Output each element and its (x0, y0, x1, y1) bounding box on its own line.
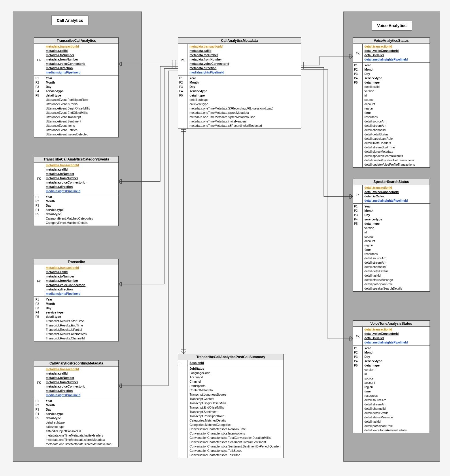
partition-field: Month (46, 199, 117, 203)
attr-field: detail.updateVoiceProfileTransactions (364, 163, 428, 167)
attr-field: s3MediaObjectConsoleUrl (46, 429, 117, 433)
partition-key: P4 (353, 75, 362, 80)
attr-field: Categories.MatchedCategories (190, 423, 282, 427)
attr-field: detail.participantRole (364, 424, 428, 428)
attr-field: id (364, 93, 428, 98)
attr-field: ConversationCharacteristics.NonTalkTime (190, 427, 282, 431)
attr-field: UtteranceEvent.BeginOffsetMillis (46, 106, 117, 111)
fk-field: metadata.fromNumber (46, 380, 117, 384)
partition-key: P3 (34, 305, 44, 310)
attr-field: Transcript.Results.StartTime (46, 319, 117, 323)
attr-field: metadata.oneTimeMetadata.InviteHeaders (46, 433, 117, 438)
fk-field: detail.mediaInsightsPipelineId (364, 57, 428, 62)
attr-field: detail.streamArn (364, 124, 428, 128)
entity-title: TranscribeCallAnalyticsPostCallSummary (178, 354, 283, 360)
attr-field: region (364, 243, 428, 248)
partition-key: P2 (178, 80, 188, 84)
fk-field: metadata.toNumber (46, 274, 117, 279)
entity-title: CallAnalyticsMetadata (178, 38, 301, 44)
partition-key: P1 (353, 345, 362, 350)
fk-field: metadata.fromNumber (190, 57, 299, 62)
partition-field: Month (364, 209, 428, 213)
partition-key: P1 (178, 75, 188, 80)
attr-field: time (364, 389, 428, 394)
attr-field: AccountId (190, 375, 282, 379)
attr-field: ConversationCharacteristics.Interruption… (190, 431, 282, 436)
attr-field: metadata.oneTimeMetadata.inviteHeaders (190, 119, 299, 124)
partition-field: Day (364, 213, 428, 217)
attr-field: resources (364, 394, 428, 398)
attr-field: CategoryEvent.MatchedDetails (46, 221, 117, 225)
partition-key: P2 (34, 80, 44, 84)
fk-field: metadata.transactionId (46, 266, 117, 270)
attr-field: detail.channelId (364, 265, 428, 269)
partition-key: P2 (353, 208, 362, 212)
attr-field: UtteranceEvent.isPartial (46, 102, 117, 106)
partition-key: P1 (34, 75, 44, 80)
attr-field: source (364, 376, 428, 381)
fk-field: metadata.callId (190, 49, 299, 53)
partition-field: Day (364, 355, 428, 359)
attr-field: LanguageCode (190, 371, 282, 375)
attr-field: metadata.oneTimeMetadata.siprecMetadataJ… (46, 442, 117, 446)
attr-field: detail.participantRole (364, 137, 428, 141)
attr-field: detail-subtype (190, 98, 299, 102)
attr-field: detail.siprecMetadata (364, 150, 428, 154)
partition-field: service-type (46, 412, 117, 416)
fk-field: metadata.direction (46, 389, 117, 393)
fk-field: mediaInsightsPipelineId (46, 189, 117, 193)
partition-field: detail-type (364, 363, 428, 368)
partition-key: P5 (34, 93, 44, 97)
job-status-label: JobStatus (190, 367, 282, 371)
attr-field: detail.streamStartTime (364, 145, 428, 150)
partition-key: P1 (34, 398, 44, 403)
entity-title: Transcribe (34, 259, 118, 265)
key-label: FK (36, 380, 42, 384)
partition-key: P4 (34, 88, 44, 93)
attr-field: detail.streamArn (364, 402, 428, 407)
attr-field: Transcript.Results.IsPartial (46, 328, 117, 332)
attr-field: account (364, 239, 428, 243)
fk-field: metadata.toNumber (46, 172, 117, 176)
fk-field: metadata.direction (46, 287, 117, 292)
partition-field: Day (46, 407, 117, 412)
partition-key: P3 (34, 407, 44, 411)
attr-field: detail.detailStatus (364, 269, 428, 273)
attr-field: detail.statusMessage (364, 415, 428, 420)
fk-field: metadata.toNumber (46, 53, 117, 57)
attr-field: detail.sourceArn (364, 119, 428, 124)
entity-call-analytics-recording-metadata: CallAnalyticsRecordingMetadataFKmetadata… (34, 360, 119, 447)
group-title-voice-analytics: Voice Analytics (372, 21, 412, 31)
fk-field: detail.voiceConnectorId (364, 49, 428, 53)
attr-field: Transcript.Content (190, 397, 282, 401)
attr-field: detail.channelId (364, 128, 428, 132)
partition-key: P3 (353, 354, 362, 358)
fk-field: metadata.direction (190, 66, 299, 70)
attr-field: metadata.oneTimeMetadata.siprecMetadata (46, 438, 117, 442)
partition-key: P2 (353, 67, 362, 71)
entity-speaker-search-status: SpeakerSearchStatusFKdetail.transactionI… (353, 179, 430, 292)
fk-field: detail.voiceConnectorId (364, 190, 428, 194)
partition-field: service-type (46, 310, 117, 315)
attr-field: time (364, 248, 428, 252)
fk-field: metadata.transactionId (190, 44, 299, 49)
attr-field: region (364, 385, 428, 389)
partition-field: detail-type (364, 80, 428, 85)
attr-field: detail.createVoiceProfileTransactions (364, 158, 428, 163)
fk-field: detail.isCaller (364, 336, 428, 340)
attr-field: UtteranceEvent.EndOffsetMillis (46, 111, 117, 115)
partition-key: P4 (34, 310, 44, 314)
partition-field: Year (364, 204, 428, 209)
attr-field: UtteranceEvent.IssuesDetected (46, 132, 117, 137)
group-title-call-analytics: Call Analytics (51, 16, 88, 25)
partition-field: Month (46, 80, 117, 85)
fk-field: detail.isCaller (364, 53, 428, 57)
fk-field: detail.transactionId (364, 44, 428, 49)
partition-field: detail-type (46, 315, 117, 319)
partition-field: Year (46, 76, 117, 80)
partition-field: Year (46, 297, 117, 302)
attr-field: id (364, 230, 428, 235)
fk-field: metadata.callId (46, 167, 117, 172)
attr-field: detail.speakerSearchDetails (364, 286, 428, 291)
pk-field: SessionId (190, 361, 282, 365)
